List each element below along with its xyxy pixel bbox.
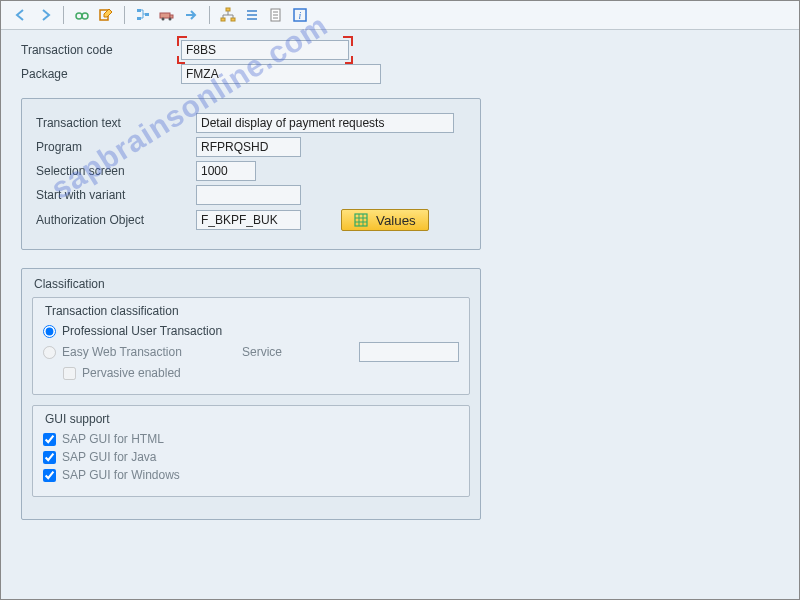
auth-object-label: Authorization Object bbox=[36, 213, 196, 227]
transaction-text-input[interactable] bbox=[196, 113, 454, 133]
svg-point-9 bbox=[169, 18, 172, 21]
gui-support-group: GUI support SAP GUI for HTML SAP GUI for… bbox=[32, 405, 470, 497]
document-icon[interactable] bbox=[266, 5, 286, 25]
check-gui-windows[interactable] bbox=[43, 469, 56, 482]
svg-rect-13 bbox=[247, 10, 257, 12]
transaction-text-label: Transaction text bbox=[36, 116, 196, 130]
package-label: Package bbox=[21, 67, 181, 81]
check-pervasive-label: Pervasive enabled bbox=[82, 366, 181, 380]
glasses-icon[interactable] bbox=[72, 5, 92, 25]
check-gui-windows-label: SAP GUI for Windows bbox=[62, 468, 180, 482]
program-label: Program bbox=[36, 140, 196, 154]
svg-rect-5 bbox=[145, 13, 149, 16]
start-variant-label: Start with variant bbox=[36, 188, 196, 202]
check-gui-java-label: SAP GUI for Java bbox=[62, 450, 156, 464]
program-input[interactable] bbox=[196, 137, 301, 157]
svg-rect-19 bbox=[355, 214, 367, 226]
forward-icon[interactable] bbox=[35, 5, 55, 25]
transaction-classification-group: Transaction classification Professional … bbox=[32, 297, 470, 395]
transport-icon[interactable] bbox=[157, 5, 177, 25]
content-area: Transaction code Package Transaction tex… bbox=[1, 30, 799, 530]
svg-rect-7 bbox=[170, 15, 173, 18]
toolbar: i bbox=[1, 1, 799, 30]
start-variant-input[interactable] bbox=[196, 185, 301, 205]
svg-point-0 bbox=[76, 13, 82, 19]
navigate-icon[interactable] bbox=[181, 5, 201, 25]
tree-icon[interactable] bbox=[133, 5, 153, 25]
check-gui-html-label: SAP GUI for HTML bbox=[62, 432, 164, 446]
svg-rect-12 bbox=[231, 18, 235, 21]
svg-rect-4 bbox=[137, 17, 141, 20]
auth-object-input[interactable] bbox=[196, 210, 301, 230]
svg-rect-3 bbox=[137, 9, 141, 12]
table-icon bbox=[354, 213, 368, 227]
radio-professional-label: Professional User Transaction bbox=[62, 324, 222, 338]
svg-rect-14 bbox=[247, 14, 257, 16]
radio-professional[interactable] bbox=[43, 325, 56, 338]
gui-support-title: GUI support bbox=[45, 412, 459, 426]
transaction-code-highlight bbox=[181, 40, 349, 60]
radio-easy-web-label: Easy Web Transaction bbox=[62, 345, 232, 359]
transaction-code-input[interactable] bbox=[181, 40, 349, 60]
stack-icon[interactable] bbox=[242, 5, 262, 25]
details-panel: Transaction text Program Selection scree… bbox=[21, 98, 481, 250]
selection-screen-input[interactable] bbox=[196, 161, 256, 181]
transaction-code-label: Transaction code bbox=[21, 43, 181, 57]
svg-point-8 bbox=[162, 18, 165, 21]
svg-rect-15 bbox=[247, 18, 257, 20]
radio-easy-web bbox=[43, 346, 56, 359]
svg-text:i: i bbox=[299, 10, 302, 21]
values-button-label: Values bbox=[376, 213, 416, 228]
classification-panel: Classification Transaction classificatio… bbox=[21, 268, 481, 520]
selection-screen-label: Selection screen bbox=[36, 164, 196, 178]
back-icon[interactable] bbox=[11, 5, 31, 25]
info-icon[interactable]: i bbox=[290, 5, 310, 25]
svg-rect-11 bbox=[221, 18, 225, 21]
package-input[interactable] bbox=[181, 64, 381, 84]
transaction-classification-title: Transaction classification bbox=[45, 304, 459, 318]
check-pervasive bbox=[63, 367, 76, 380]
svg-point-1 bbox=[82, 13, 88, 19]
check-gui-html[interactable] bbox=[43, 433, 56, 446]
check-gui-java[interactable] bbox=[43, 451, 56, 464]
hierarchy-icon[interactable] bbox=[218, 5, 238, 25]
svg-rect-6 bbox=[160, 13, 170, 18]
service-label: Service bbox=[242, 345, 282, 359]
classification-title: Classification bbox=[34, 277, 470, 291]
values-button[interactable]: Values bbox=[341, 209, 429, 231]
service-input[interactable] bbox=[359, 342, 459, 362]
display-change-icon[interactable] bbox=[96, 5, 116, 25]
svg-rect-10 bbox=[226, 8, 230, 11]
